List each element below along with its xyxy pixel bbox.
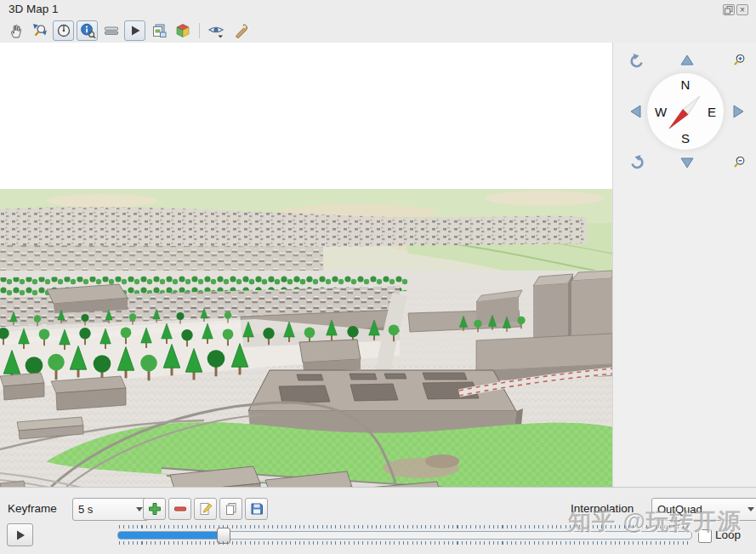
duplicate-icon <box>224 501 239 517</box>
pan-hand-icon <box>8 22 25 39</box>
save-image-icon <box>151 22 168 39</box>
tilt-up-button[interactable] <box>679 52 696 69</box>
navigation-dial-icon <box>55 22 72 39</box>
play-icon <box>14 528 27 542</box>
move-left-button[interactable] <box>627 103 644 120</box>
left-arrow-icon <box>628 104 642 119</box>
keyframe-label: Keyframe <box>8 498 57 519</box>
camera-view-button[interactable] <box>206 20 227 41</box>
edit-keyframe-button[interactable] <box>194 498 217 520</box>
play-animation-button[interactable] <box>7 523 33 546</box>
keyframe-combobox[interactable]: 5 s <box>72 498 149 521</box>
animation-panel: Keyframe 5 s Interpolation OutQua <box>0 487 756 554</box>
right-arrow-icon <box>732 104 746 119</box>
wrench-icon <box>232 22 249 39</box>
remove-icon <box>173 501 188 517</box>
export-animation-button[interactable] <box>245 498 268 520</box>
compass-needle <box>647 73 724 150</box>
timeline-slider[interactable] <box>117 531 692 540</box>
move-right-button[interactable] <box>730 103 747 120</box>
zoom-out-button[interactable] <box>730 154 747 171</box>
float-window-button[interactable] <box>723 4 735 15</box>
titlebar: 3D Map 1 × <box>0 0 756 19</box>
interpolation-value: OutQuad <box>657 503 702 516</box>
interpolation-label: Interpolation <box>571 498 634 519</box>
camera-navigation-toggle[interactable] <box>53 20 74 41</box>
close-window-button[interactable]: × <box>736 4 748 15</box>
window-title: 3D Map 1 <box>9 3 59 15</box>
add-keyframe-button[interactable] <box>143 498 166 520</box>
interpolation-combobox[interactable]: OutQuad <box>651 498 756 521</box>
rotate-ccw-icon <box>629 53 645 68</box>
tilt-down-button[interactable] <box>679 154 696 171</box>
save-as-image-button[interactable] <box>148 20 169 41</box>
map-3d-viewport[interactable] <box>0 43 613 487</box>
close-icon: × <box>740 6 745 14</box>
play-animation-icon <box>127 22 144 39</box>
remove-keyframe-button[interactable] <box>168 498 191 520</box>
timeline-ticks-bottom <box>119 541 689 545</box>
rotate-clockwise-button[interactable] <box>628 153 645 170</box>
measure-line-button[interactable] <box>100 20 122 41</box>
pencil-icon <box>198 501 213 517</box>
duplicate-keyframe-button[interactable] <box>219 498 242 520</box>
down-arrow-icon <box>679 156 695 169</box>
zoom-full-button[interactable] <box>29 20 50 41</box>
zoom-out-icon <box>731 155 747 170</box>
toolbar <box>0 19 756 42</box>
camera-eye-icon <box>207 22 226 39</box>
loop-label: Loop <box>715 524 741 545</box>
rotate-cw-icon <box>629 154 645 169</box>
compass-widget[interactable]: N S W E <box>647 73 724 150</box>
map-3d-scene <box>0 43 612 487</box>
identify-icon <box>79 22 96 39</box>
identify-button[interactable] <box>77 20 98 41</box>
chevron-down-icon <box>747 507 754 511</box>
loop-checkbox[interactable] <box>698 529 712 543</box>
zoom-full-icon <box>31 22 48 39</box>
camera-pan-button[interactable] <box>5 20 26 41</box>
up-arrow-icon <box>679 54 695 67</box>
add-icon <box>147 501 162 517</box>
scene-settings-button[interactable] <box>172 20 193 41</box>
measure-line-icon <box>103 22 120 39</box>
keyframe-value: 5 s <box>78 503 93 516</box>
zoom-in-icon <box>731 53 747 68</box>
float-window-icon <box>725 6 733 14</box>
animations-button[interactable] <box>124 20 145 41</box>
configure-button[interactable] <box>230 20 251 41</box>
zoom-in-button[interactable] <box>730 52 747 69</box>
chevron-down-icon <box>136 507 143 511</box>
camera-navigation-panel: N S W E <box>613 43 756 487</box>
save-icon <box>249 501 264 517</box>
toolbar-separator <box>199 23 200 38</box>
timeline-ticks-top <box>119 525 689 528</box>
rotate-counterclockwise-button[interactable] <box>628 52 645 69</box>
scene-cube-icon <box>174 22 191 39</box>
